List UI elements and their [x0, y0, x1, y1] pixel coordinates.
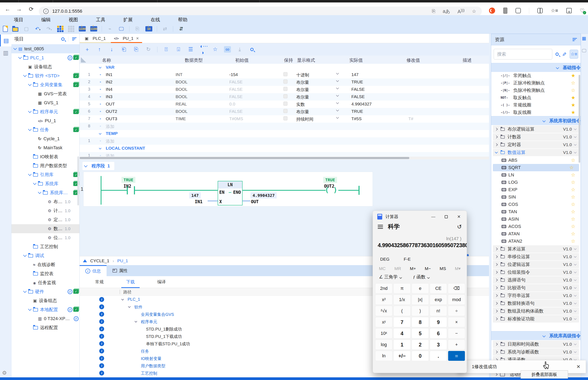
display-format[interactable]: 实数	[296, 102, 305, 107]
tree-item[interactable]: 系统库初级指令 ✓ ✓	[11, 188, 79, 197]
resource-row[interactable]: ATAN ☆	[491, 230, 581, 238]
expand-chevron-icon[interactable]	[18, 56, 22, 59]
info-row-label[interactable]: 程序单元	[141, 319, 157, 325]
favorite-icon[interactable]: ☆	[212, 46, 219, 53]
browser-essentials-icon[interactable]: ♡	[580, 8, 585, 14]
calc-key[interactable]: ⌫	[448, 283, 465, 294]
folder-chevron-icon[interactable]	[495, 318, 498, 320]
format-dropdown-icon[interactable]	[336, 72, 339, 75]
calc-key[interactable]: n!	[430, 306, 447, 316]
ln-function-block[interactable]: LN EN ENO — X	[218, 181, 242, 206]
resource-row[interactable]: COS ☆	[491, 201, 581, 208]
read-aloud-icon[interactable]: A)))	[458, 8, 465, 15]
tab-info[interactable]: i信息	[80, 265, 106, 276]
resource-row[interactable]: ASIN ☆	[491, 215, 581, 223]
maximize-icon[interactable]	[445, 215, 448, 218]
version-dropdown-icon[interactable]	[574, 143, 577, 146]
version-dropdown-icon[interactable]	[574, 350, 577, 353]
calc-key[interactable]: 2nd	[375, 283, 392, 294]
variable-row[interactable]: 4 • IN3 BOOL FALSE 布尔量 FALSE	[80, 93, 489, 101]
resource-label[interactable]: 字符串运算	[508, 292, 530, 299]
favorite-star-icon[interactable]: ☆	[571, 224, 575, 229]
translate-icon[interactable]: aあ	[443, 8, 450, 15]
calc-key[interactable]: 2	[412, 340, 429, 350]
var-type[interactable]: BOOL	[175, 94, 188, 99]
sort-download-icon[interactable]: ⇵	[178, 26, 185, 32]
expand-chevron-icon[interactable]	[28, 83, 32, 86]
menu-extensions[interactable]: 扩展	[123, 17, 133, 23]
variable-row[interactable]: 8 • 添加	[80, 123, 489, 130]
breadcrumb-cycle[interactable]: CYCLE_1	[90, 258, 109, 263]
memory-button[interactable]: MC	[379, 266, 386, 271]
menu-online[interactable]: 在线	[151, 17, 160, 23]
resource-row[interactable]	[491, 323, 581, 331]
resource-row[interactable]: 选择语句 V1.0	[493, 276, 579, 284]
keep-checkbox[interactable]	[283, 102, 287, 106]
calc-key[interactable]: log	[375, 340, 392, 350]
calculator-mode[interactable]: 科学	[388, 223, 400, 231]
variable-row[interactable]: • LOCAL CONSTANT	[80, 145, 489, 152]
clipboard-view-icon[interactable]: ▥	[0, 47, 11, 59]
resource-label[interactable]: 位组装指令	[508, 269, 530, 275]
memory-button[interactable]: M−	[425, 266, 431, 271]
resource-label[interactable]: 标准验证功能	[508, 316, 535, 322]
keep-checkbox[interactable]	[283, 94, 287, 98]
favorite-star-icon[interactable]: ☆	[571, 231, 575, 237]
settings-gear-icon[interactable]: ⚙	[2, 370, 7, 376]
tab-close-icon[interactable]: ✕	[136, 36, 139, 41]
resource-label[interactable]: COS	[508, 202, 518, 207]
extensions-puzzle-icon[interactable]	[516, 8, 521, 13]
watch-binoculars-icon[interactable]: ∞	[224, 46, 231, 53]
format-dropdown-icon[interactable]	[336, 94, 339, 97]
favorite-star-icon[interactable]: ☆	[571, 209, 575, 215]
resource-row[interactable]: NOT- 取反触点 ★	[491, 94, 581, 101]
resource-label[interactable]: 数据转换语句	[508, 300, 535, 306]
variable-row[interactable]: 1 • IN1 INT -154 十进制 147	[80, 71, 489, 78]
tree-item[interactable]: 系统库 ✓ ✓	[11, 179, 79, 188]
resource-row[interactable]: 系统与诊断函数 V1.0	[493, 348, 579, 356]
calc-key[interactable]: ×	[448, 317, 465, 327]
close-icon[interactable]: ✕	[457, 214, 461, 219]
fe-button[interactable]: F-E	[404, 257, 411, 264]
calc-key[interactable]: )	[412, 306, 429, 316]
format-dropdown-icon[interactable]	[336, 101, 339, 104]
redo-icon[interactable]: ↷▾	[46, 26, 53, 32]
favorite-star-icon[interactable]: ☆	[571, 187, 575, 192]
version-dropdown-icon[interactable]	[574, 255, 577, 258]
save-icon[interactable]: ▢	[23, 26, 30, 32]
resource-row[interactable]: 标准验证功能 V1.0	[493, 315, 579, 323]
var-name[interactable]: TEMP	[106, 131, 118, 136]
tab-pu1[interactable]: PU_1 ✕	[111, 34, 142, 43]
expand-chevron-icon[interactable]	[28, 128, 32, 131]
resource-label[interactable]: 正脉冲检测触点	[513, 80, 545, 86]
display-format[interactable]: 布尔量	[296, 109, 309, 115]
toast-close-icon[interactable]: ✕	[576, 364, 586, 370]
resources-search-icon[interactable]	[555, 53, 559, 56]
format-dropdown-icon[interactable]	[336, 79, 339, 82]
var-init[interactable]: 0.0	[229, 102, 235, 107]
calc-key[interactable]: (	[393, 306, 411, 316]
tree-item[interactable]: 设备组态 ✓ ✓	[11, 62, 79, 71]
tree-item[interactable]: 计数器 1.0 ✓ ✓	[11, 206, 79, 215]
rows-icon[interactable]: ☰	[187, 46, 194, 53]
collapse-panel-icon[interactable]	[83, 259, 87, 262]
tree-item[interactable]: 数值运算 1.0 ✓ ✓	[11, 224, 79, 233]
tree-search-icon[interactable]	[61, 38, 65, 41]
new-project-icon[interactable]	[3, 26, 8, 32]
battery-extension-icon[interactable]	[503, 8, 507, 14]
subtab-compile[interactable]: 编译	[151, 279, 172, 285]
display-format[interactable]: 持续时间	[296, 116, 313, 122]
download-to-plc-icon[interactable]: 1100	[79, 26, 86, 32]
resource-label[interactable]: 日期和时间函数	[508, 341, 539, 347]
tree-item[interactable]: 硬件 ✓ ✓	[11, 287, 79, 296]
tree-item[interactable]: 远程配置 ✓ ✓	[11, 323, 79, 332]
resource-label[interactable]: 取反触点	[513, 95, 531, 101]
variable-row[interactable]: 5 • OUT REAL 0.0 实数 4.9904327	[80, 101, 489, 108]
version-dropdown-icon[interactable]	[574, 128, 577, 130]
device-check-icon[interactable]: 🖵	[582, 48, 586, 53]
calc-key[interactable]: 3	[430, 340, 447, 350]
tree-item[interactable]: 监控表 ✓ ✓	[11, 269, 79, 278]
resource-row[interactable]: ACOS ☆	[491, 223, 581, 230]
breadcrumb-pu[interactable]: PU_1	[117, 258, 128, 263]
doc-export-icon[interactable]: ⎘	[134, 26, 141, 32]
